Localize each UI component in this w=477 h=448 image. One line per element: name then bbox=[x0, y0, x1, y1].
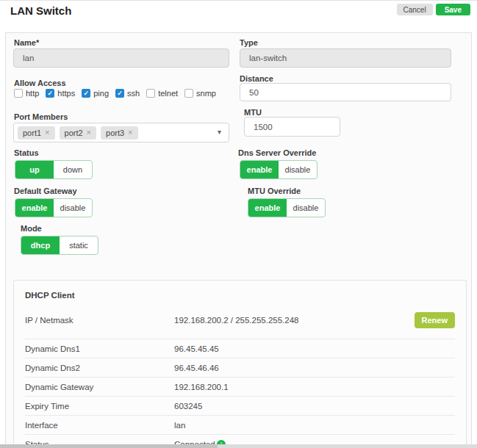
chevron-down-icon[interactable]: ▾ bbox=[218, 128, 221, 136]
port-members-label: Port Members bbox=[14, 112, 68, 121]
checkbox-checked-icon[interactable]: ✓ bbox=[82, 89, 90, 98]
dns-server-override-enable-button[interactable]: enable bbox=[240, 161, 279, 178]
remove-tag-icon[interactable]: × bbox=[128, 129, 132, 137]
status-down-button[interactable]: down bbox=[54, 161, 92, 178]
mtu-label: MTU bbox=[244, 108, 262, 117]
allow-access-telnet[interactable]: telnet bbox=[146, 89, 178, 98]
checkbox-unchecked-icon[interactable] bbox=[184, 89, 193, 98]
allow-access-https[interactable]: ✓ https bbox=[46, 89, 75, 98]
status-up-button[interactable]: up bbox=[15, 161, 54, 178]
mtu-override-toggle: enable disable bbox=[248, 198, 326, 217]
port-tag: port1 × bbox=[18, 126, 55, 140]
remove-tag-icon[interactable]: × bbox=[45, 129, 49, 137]
allow-access-http[interactable]: http bbox=[14, 89, 39, 98]
port-members-select[interactable]: port1 × port2 × port3 × ▾ bbox=[13, 123, 229, 142]
table-row-dynamic-dns2: Dynamic Dns2 96.45.46.46 bbox=[25, 358, 455, 377]
mode-label: Mode bbox=[21, 224, 42, 233]
default-gateway-enable-button[interactable]: enable bbox=[15, 199, 54, 217]
save-button[interactable]: Save bbox=[436, 4, 470, 15]
table-row-dynamic-gateway: Dynamic Gateway 192.168.200.1 bbox=[25, 377, 455, 396]
distance-label: Distance bbox=[240, 74, 273, 83]
default-gateway-disable-button[interactable]: disable bbox=[54, 199, 92, 217]
dhcp-client-card: DHCP Client IP / Netmask 192.168.200.2 /… bbox=[13, 280, 467, 448]
remove-tag-icon[interactable]: × bbox=[87, 129, 91, 137]
dhcp-client-title: DHCP Client bbox=[25, 291, 75, 300]
table-row-dynamic-dns1: Dynamic Dns1 96.45.45.45 bbox=[25, 339, 455, 358]
allow-access-ping[interactable]: ✓ ping bbox=[82, 89, 109, 98]
dns-server-override-disable-button[interactable]: disable bbox=[279, 161, 317, 178]
allow-access-snmp[interactable]: snmp bbox=[184, 89, 216, 98]
status-label: Status bbox=[14, 148, 39, 157]
mode-static-button[interactable]: static bbox=[60, 236, 98, 254]
scrollbar-thumb[interactable] bbox=[0, 444, 218, 448]
type-label: Type bbox=[240, 38, 258, 47]
default-gateway-toggle: enable disable bbox=[15, 198, 93, 217]
cancel-button[interactable]: Cancel bbox=[397, 4, 433, 15]
dns-server-override-toggle: enable disable bbox=[240, 160, 318, 179]
renew-button[interactable]: Renew bbox=[415, 312, 455, 328]
table-row-interface: Interface lan bbox=[25, 415, 455, 434]
mtu-override-disable-button[interactable]: disable bbox=[287, 199, 325, 217]
header-actions: Cancel Save bbox=[397, 4, 471, 15]
type-input bbox=[240, 48, 451, 68]
checkbox-checked-icon[interactable]: ✓ bbox=[46, 89, 54, 98]
allow-access-label: Allow Access bbox=[14, 79, 66, 87]
form-card: Name* Type Allow Access http ✓ https ✓ p… bbox=[5, 32, 472, 448]
horizontal-scrollbar[interactable] bbox=[0, 444, 477, 448]
mtu-override-enable-button[interactable]: enable bbox=[248, 199, 287, 217]
mtu-input[interactable] bbox=[244, 117, 340, 137]
port-tag: port3 × bbox=[101, 126, 138, 140]
mtu-override-label: MTU Override bbox=[248, 187, 301, 195]
default-gateway-label: Default Gateway bbox=[14, 187, 77, 195]
mode-toggle: dhcp static bbox=[21, 236, 98, 255]
checkbox-unchecked-icon[interactable] bbox=[14, 89, 23, 98]
dns-server-override-label: Dns Server Override bbox=[238, 148, 316, 157]
dhcp-client-rows: IP / Netmask 192.168.200.2 / 255.255.255… bbox=[14, 301, 466, 448]
page-title: LAN Switch bbox=[10, 4, 71, 17]
page-header: LAN Switch Cancel Save bbox=[0, 1, 477, 32]
mode-dhcp-button[interactable]: dhcp bbox=[21, 236, 60, 254]
distance-input[interactable] bbox=[240, 83, 451, 101]
checkbox-unchecked-icon[interactable] bbox=[146, 89, 155, 98]
name-label: Name* bbox=[14, 38, 39, 47]
checkbox-checked-icon[interactable]: ✓ bbox=[115, 89, 124, 98]
allow-access-ssh[interactable]: ✓ ssh bbox=[115, 89, 140, 98]
port-tag: port2 × bbox=[60, 126, 97, 140]
allow-access-options: http ✓ https ✓ ping ✓ ssh telnet snmp bbox=[14, 89, 216, 98]
table-row-expiry-time: Expiry Time 603245 bbox=[25, 396, 455, 415]
name-input bbox=[13, 48, 229, 68]
table-row-ip-netmask: IP / Netmask 192.168.200.2 / 255.255.255… bbox=[25, 301, 455, 339]
status-toggle: up down bbox=[15, 160, 93, 179]
